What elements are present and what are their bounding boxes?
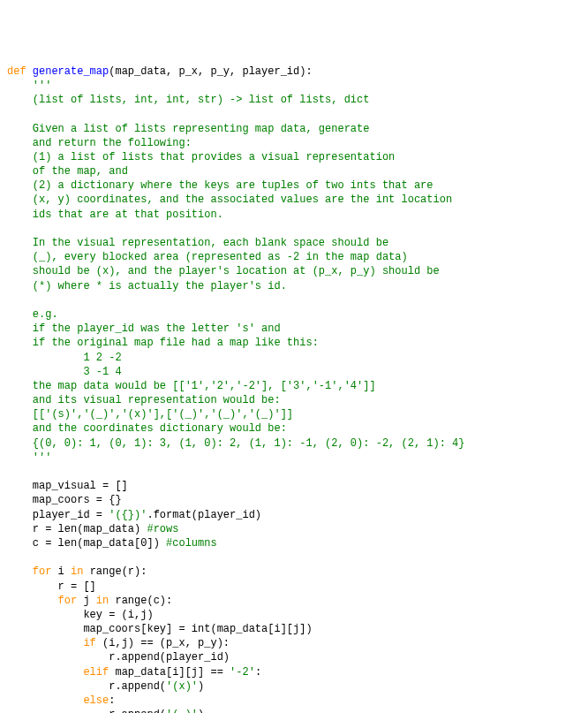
code-token: ''' xyxy=(33,451,52,464)
code-token: ) xyxy=(198,709,204,713)
code-token xyxy=(7,322,33,335)
code-token: if the player_id was the letter 's' and xyxy=(33,322,281,335)
code-line: e.g. xyxy=(7,307,581,322)
code-token: e.g. xyxy=(33,308,58,321)
code-token: (2) a dictionary where the keys are tupl… xyxy=(33,179,433,192)
code-line: (x, y) coordinates, and the associated v… xyxy=(7,193,581,207)
code-token: 1 2 -2 xyxy=(33,352,122,364)
code-token xyxy=(7,637,83,649)
code-line: [['(s)','(_)','(x)'],['(_)','(_)','(_)']… xyxy=(7,407,581,421)
code-token xyxy=(7,237,33,249)
code-token: for xyxy=(33,565,52,578)
code-token: map_coors[key] = int(map_data[i][j]) xyxy=(7,623,313,635)
code-line: and the coordinates dictionary would be: xyxy=(7,421,581,436)
code-line: if the player_id was the letter 's' and xyxy=(7,322,581,336)
code-token: for xyxy=(58,595,78,607)
code-token xyxy=(7,308,33,321)
code-token: j xyxy=(77,595,96,607)
code-line: c = len(map_data[0]) #columns xyxy=(7,536,581,550)
code-token: .format(player_id) xyxy=(147,509,261,521)
code-token xyxy=(7,451,33,464)
code-token: map_data[i][j] == xyxy=(109,666,230,679)
code-token xyxy=(7,666,83,679)
code-line: def generate_map(map_data, p_x, p_y, pla… xyxy=(7,64,581,79)
code-token xyxy=(7,193,33,206)
code-line: if (i,j) == (p_x, p_y): xyxy=(7,636,581,650)
code-line xyxy=(7,107,581,121)
code-line xyxy=(7,465,581,479)
code-token xyxy=(7,437,33,450)
code-token xyxy=(7,151,33,163)
code-token xyxy=(7,694,83,707)
code-token: ) xyxy=(198,680,204,693)
code-line: r = [] xyxy=(7,580,581,594)
code-token: map_visual = [] xyxy=(7,480,128,492)
code-token: (_), every blocked area (represented as … xyxy=(33,251,408,263)
code-token: r = [] xyxy=(7,580,96,593)
code-token: r.append( xyxy=(7,680,166,693)
code-line: and return the following: xyxy=(7,136,581,150)
code-line: ids that are at that position. xyxy=(7,208,581,222)
code-token xyxy=(7,408,33,421)
code-line: and its visual representation would be: xyxy=(7,393,581,407)
code-token: '({})' xyxy=(109,509,147,521)
code-line: if the original map file had a map like … xyxy=(7,336,581,350)
code-token: (i,j) == (p_x, p_y): xyxy=(96,637,230,649)
code-token: #columns xyxy=(166,537,217,550)
code-line xyxy=(7,222,581,236)
code-token xyxy=(7,179,33,192)
code-line: the map data would be [['1','2','-2'], [… xyxy=(7,379,581,393)
code-line: {(0, 0): 1, (0, 1): 3, (1, 0): 2, (1, 1)… xyxy=(7,436,581,451)
code-token: in xyxy=(96,595,109,607)
code-line: ''' xyxy=(7,451,581,465)
code-token: (x, y) coordinates, and the associated v… xyxy=(33,193,452,206)
code-line: for i in range(r): xyxy=(7,565,581,579)
code-line: r.append('(x)') xyxy=(7,679,581,694)
code-line: 1 2 -2 xyxy=(7,351,581,365)
code-token: : xyxy=(109,694,115,707)
code-line xyxy=(7,293,581,307)
code-line: elif map_data[i][j] == '-2': xyxy=(7,665,581,679)
code-token: generate_map xyxy=(33,65,109,78)
code-token: i xyxy=(51,565,71,578)
code-token xyxy=(7,380,33,392)
code-token: range(r): xyxy=(83,565,147,578)
code-token xyxy=(7,123,33,135)
code-token: [['(s)','(_)','(x)'],['(_)','(_)','(_)']… xyxy=(33,408,293,421)
code-line: map_visual = [] xyxy=(7,479,581,493)
code-line xyxy=(7,550,581,565)
code-token: of the map, and xyxy=(33,165,128,178)
code-line: key = (i,j) xyxy=(7,608,581,622)
code-token xyxy=(7,165,33,178)
code-line: In the visual representation, each blank… xyxy=(7,236,581,250)
code-token xyxy=(7,565,33,578)
code-token: ''' xyxy=(33,80,52,92)
code-token xyxy=(7,94,33,106)
code-token xyxy=(7,209,33,221)
code-token: the map data would be [['1','2','-2'], [… xyxy=(33,380,376,392)
code-line: ''' xyxy=(7,79,581,93)
code-token: Given a list of lists representing map d… xyxy=(33,123,370,135)
code-line: for j in range(c): xyxy=(7,594,581,608)
code-line: map_coors[key] = int(map_data[i][j]) xyxy=(7,622,581,636)
code-token: (*) where * is actually the player's id. xyxy=(33,280,287,292)
code-token: if the original map file had a map like … xyxy=(33,337,319,349)
code-token: and its visual representation would be: xyxy=(33,394,281,406)
code-token xyxy=(7,595,58,607)
code-token: : xyxy=(255,666,261,679)
code-token: ids that are at that position. xyxy=(33,209,223,221)
code-token: '(_)' xyxy=(166,709,198,713)
code-token: and return the following: xyxy=(33,137,192,149)
code-token xyxy=(7,280,33,292)
code-token: player_id = xyxy=(7,509,109,521)
code-line: (list of lists, int, int, str) -> list o… xyxy=(7,93,581,107)
code-block: def generate_map(map_data, p_x, p_y, pla… xyxy=(7,64,581,713)
code-token xyxy=(7,352,33,364)
code-token xyxy=(7,137,33,149)
code-token: (map_data, p_x, p_y, player_id): xyxy=(109,65,312,78)
code-token: In the visual representation, each blank… xyxy=(33,237,388,249)
code-token: '(x)' xyxy=(166,680,198,693)
code-line: map_coors = {} xyxy=(7,493,581,507)
code-line: r.append(player_id) xyxy=(7,650,581,664)
code-line: 3 -1 4 xyxy=(7,365,581,379)
